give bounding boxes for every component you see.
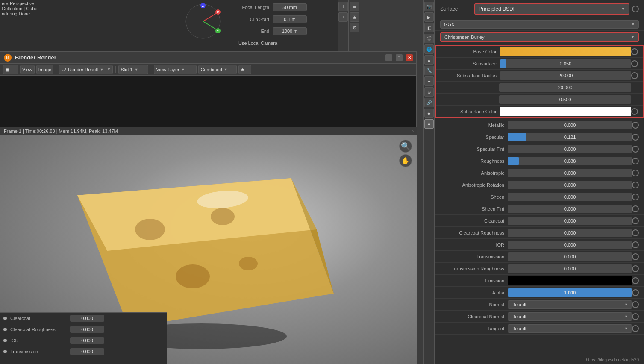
view-layer-icon[interactable]: ◧ [424,23,434,32]
clearcoat-prop-circle[interactable] [632,217,639,224]
slot-dropdown[interactable]: Slot 1 ▼ [118,65,148,74]
clearcoat-roughness-prop-circle[interactable] [632,229,639,236]
zoom-in-button[interactable]: 🔍 [399,140,412,153]
transmission-roughness-slider[interactable]: 0.000 [508,264,632,273]
subsurface-value: 0.050 [500,61,631,66]
metallic-circle[interactable] [632,122,639,129]
subsurface-color-circle[interactable] [631,108,638,115]
subsurface-radius-slider-2[interactable]: 20.000 [499,83,631,92]
subsurface-radius-circle[interactable] [631,72,638,79]
christensen-dropdown[interactable]: Christensen-Burley ▼ [440,32,639,42]
metallic-slider[interactable]: 0.000 [508,121,632,129]
view-layer-dropdown[interactable]: View Layer ▼ [154,65,197,74]
subsurface-slider[interactable]: 0.050 [500,59,631,68]
image-menu[interactable]: Image [36,65,54,74]
sheen-tint-circle[interactable] [632,205,639,212]
item-tool-icon[interactable]: I [338,2,348,11]
render-titlebar: B Blender Render — □ ✕ [0,52,416,64]
sheen-slider[interactable]: 0.000 [508,193,632,201]
output-icon[interactable]: ▶ [424,12,434,22]
view-menu-label: View [22,67,32,72]
world-icon[interactable]: 🌐 [424,44,434,54]
sheen-circle[interactable] [632,194,639,200]
roughness-slider[interactable]: 0.088 [508,157,632,165]
data-icon[interactable]: ◆ [424,109,434,118]
render-result-dropdown[interactable]: 🛡 Render Result ▼ ✕ [59,65,113,74]
alpha-label: Alpha [440,290,504,295]
physics-icon[interactable]: ⊕ [424,87,434,97]
svg-point-13 [176,264,210,288]
tangent-dropdown[interactable]: Default ▼ [508,324,632,333]
constraints-icon[interactable]: 🔗 [424,98,434,107]
specular-circle[interactable] [632,134,639,141]
close-x-icon[interactable]: ✕ [107,67,111,72]
clearcoat-normal-circle[interactable] [632,313,639,320]
ior-prop-slider[interactable]: 0.000 [508,241,632,249]
clip-start-value[interactable]: 0.1 m [273,15,307,23]
minimize-button[interactable]: — [385,54,392,61]
subsurface-color-bar[interactable] [500,107,631,116]
tool-tool-icon[interactable]: T [338,12,348,22]
clearcoat-normal-dropdown[interactable]: Default ▼ [508,312,632,321]
transmission-prop-slider[interactable]: 0.000 [508,252,632,261]
clearcoat-value[interactable]: 0.000 [70,315,104,322]
view-icon-1[interactable]: ≡ [350,2,359,11]
material-icon[interactable]: ● [424,119,434,129]
anisotropic-circle[interactable] [632,170,639,176]
slot-label: Slot 1 [121,67,132,72]
normal-dropdown[interactable]: Default ▼ [508,300,632,309]
sheen-tint-slider[interactable]: 0.000 [508,205,632,213]
anisotropic-rotation-circle[interactable] [632,182,639,188]
specular-tint-circle[interactable] [632,146,639,153]
bottom-row-clearcoat-roughness: Clearcoat Roughness 0.000 [0,324,167,335]
alpha-slider[interactable]: 1.000 [508,288,632,297]
ior-value[interactable]: 0.000 [70,337,104,344]
nav-icon-btn[interactable]: ⊞ [238,65,251,74]
roughness-circle[interactable] [632,158,639,164]
close-button[interactable]: ✕ [406,54,413,61]
base-color-circle[interactable] [631,48,638,55]
surface-circle-btn[interactable] [632,6,639,12]
specular-slider[interactable]: 0.121 [508,133,632,141]
clearcoat-roughness-value[interactable]: 0.000 [70,326,104,333]
transmission-roughness-circle[interactable] [632,265,639,272]
specular-tint-slider[interactable]: 0.000 [508,145,632,153]
tangent-chevron-icon: ▼ [624,326,628,331]
clearcoat-roughness-prop-value: 0.000 [508,230,632,235]
render-icon[interactable]: 📷 [424,2,434,11]
anisotropic-rotation-slider[interactable]: 0.000 [508,181,632,189]
view-icon-2[interactable]: ⊞ [350,12,359,22]
maximize-button[interactable]: □ [396,54,403,61]
ior-prop-circle[interactable] [632,241,639,248]
ggx-dropdown[interactable]: GGX ▼ [440,20,639,29]
normal-circle[interactable] [632,301,639,308]
view-menu[interactable]: View [20,65,35,74]
scene-icon[interactable]: 🎬 [424,34,434,43]
end-value[interactable]: 1000 m [273,27,307,35]
base-color-bar[interactable] [500,47,631,56]
clearcoat-prop-slider[interactable]: 0.000 [508,217,632,225]
modifier-icon[interactable]: 🔧 [424,66,434,75]
focal-length-value[interactable]: 50 mm [273,3,307,11]
clearcoat-roughness-prop-slider[interactable]: 0.000 [508,229,632,237]
combined-dropdown[interactable]: Combined ▼ [198,65,237,74]
ior-dot [3,339,7,342]
tangent-circle[interactable] [632,325,639,332]
subsurface-radius-slider-1[interactable]: 20.000 [500,71,631,80]
emission-circle[interactable] [632,277,639,284]
anisotropic-slider[interactable]: 0.000 [508,169,632,177]
emission-color-bar[interactable] [508,276,632,285]
view-icon-3[interactable]: ⚙ [350,23,359,32]
transmission-prop-circle[interactable] [632,253,639,260]
sidebar-toggle[interactable]: › [412,129,414,134]
surface-dropdown[interactable]: Principled BSDF ▼ [474,3,629,15]
view-mode-dropdown[interactable]: ▣ [3,65,18,74]
hand-tool-button[interactable]: ✋ [399,154,412,167]
subsurface-circle[interactable] [631,60,638,67]
particles-icon[interactable]: ✦ [424,76,434,86]
transmission-value[interactable]: 0.000 [70,348,104,355]
alpha-circle[interactable] [632,289,639,296]
camera-info: era Perspective Collection | Cube nderin… [2,1,38,16]
subsurface-radius-slider-3[interactable]: 0.500 [499,95,631,104]
object-icon[interactable]: ▲ [424,55,434,65]
